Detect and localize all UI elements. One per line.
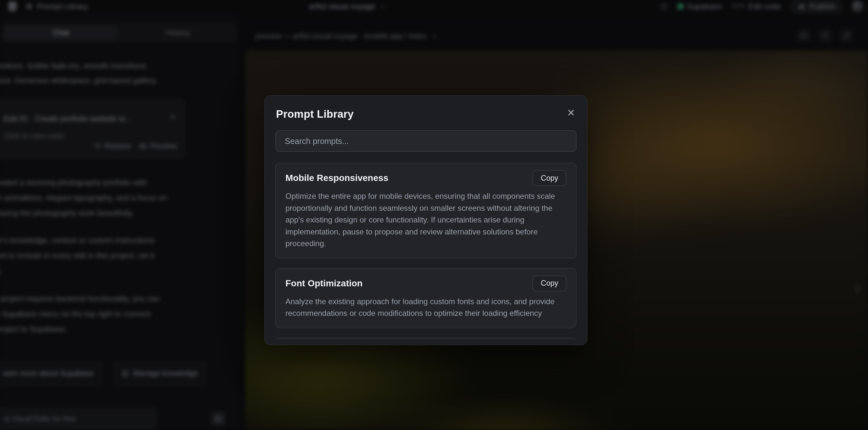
prompt-card-mobile-responsiveness: Mobile Responsiveness Copy Optimize the … — [275, 163, 577, 258]
prompt-body: Analyze the existing approach for loadin… — [285, 296, 566, 319]
prompt-card-partial — [275, 338, 577, 340]
prompt-list: Mobile Responsiveness Copy Optimize the … — [275, 163, 577, 340]
prompt-title: Font Optimization — [285, 278, 363, 288]
prompt-title: Mobile Responsiveness — [285, 173, 388, 183]
search-input[interactable] — [275, 130, 577, 152]
close-icon[interactable]: × — [567, 106, 575, 119]
prompt-card-font-optimization: Font Optimization Copy Analyze the exist… — [275, 268, 577, 328]
copy-button[interactable]: Copy — [533, 276, 566, 291]
copy-button[interactable]: Copy — [533, 170, 566, 186]
prompt-library-modal: Prompt Library × Mobile Responsiveness C… — [265, 95, 587, 345]
app-window: Prompt Library artful visual voyage Supa… — [0, 0, 868, 430]
modal-title: Prompt Library — [276, 108, 577, 120]
prompt-body: Optimize the entire app for mobile devic… — [285, 190, 566, 250]
